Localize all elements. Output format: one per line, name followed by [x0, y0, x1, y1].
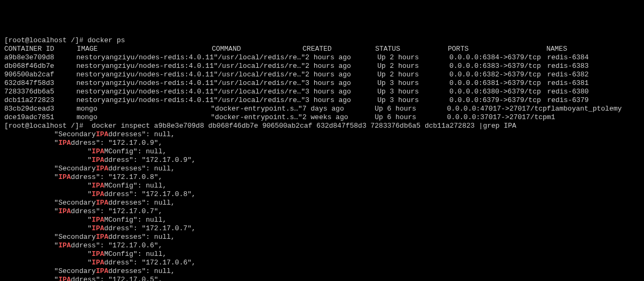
ports: 0.0.0.0:6381->6379/tcp — [449, 79, 547, 88]
ps-row: db068f46db7enestoryangziyu/nodes-redis:4… — [4, 62, 640, 71]
hdr-container-id: CONTAINER ID — [4, 45, 77, 53]
command: "/usr/local/redis/re…" — [213, 71, 305, 79]
hdr-status: STATUS — [375, 45, 448, 53]
ports: 0.0.0.0:6379->6379/tcp — [449, 96, 547, 105]
names: m1 — [547, 113, 640, 122]
grep-line: "IPAMConfig": null, — [4, 147, 640, 156]
container-id: 632d847f58d3 — [4, 79, 76, 88]
grep-line: "SecondaryIPAddresses": null, — [4, 233, 640, 241]
command: "docker-entrypoint.s…" — [211, 113, 303, 122]
status: Up 3 hours — [377, 88, 449, 96]
hdr-ports: PORTS — [448, 45, 546, 53]
grep-line: "IPAddress": "172.17.0.9", — [4, 139, 640, 147]
created: 3 hours ago — [305, 79, 377, 88]
container-id: dcb11a272823 — [4, 96, 76, 105]
created: 3 hours ago — [305, 88, 377, 96]
image: nestoryangziyu/nodes-redis:4.0.11 — [76, 71, 213, 79]
hdr-image: IMAGE — [77, 45, 212, 53]
status: Up 2 hours — [377, 62, 449, 71]
ps-row: 7283376db6a5nestoryangziyu/nodes-redis:4… — [4, 88, 640, 96]
command: "/usr/local/redis/re…" — [213, 96, 305, 105]
command-docker-inspect: docker inspect a9b8e3e709d8 db068f46db7e… — [92, 122, 516, 130]
ports: 0.0.0.0:6383->6379/tcp — [449, 62, 547, 71]
hdr-command: COMMAND — [212, 45, 303, 53]
names: redis-6382 — [547, 71, 640, 79]
ps-row: dcb11a272823nestoryangziyu/nodes-redis:4… — [4, 96, 640, 105]
command: "docker-entrypoint.s…" — [211, 105, 303, 113]
grep-line: "IPAddress": "172.17.0.8", — [4, 190, 640, 199]
hdr-created: CREATED — [303, 45, 375, 53]
grep-output: "SecondaryIPAddresses": null, "IPAddress… — [4, 130, 640, 281]
ports: 0.0.0.0:6380->6379/tcp — [449, 88, 547, 96]
created: 2 hours ago — [305, 71, 377, 79]
ps-header: CONTAINER IDIMAGECOMMANDCREATEDSTATUSPOR… — [4, 45, 640, 53]
names: redis-6384 — [547, 53, 640, 62]
image: nestoryangziyu/nodes-redis:4.0.11 — [76, 79, 213, 88]
names: redis-6379 — [547, 96, 640, 105]
container-id: db068f46db7e — [4, 62, 76, 71]
grep-line: "IPAddress": "172.17.0.6", — [4, 241, 640, 250]
ps-row: 632d847f58d3nestoryangziyu/nodes-redis:4… — [4, 79, 640, 88]
container-id: a9b8e3e709d8 — [4, 53, 76, 62]
image: nestoryangziyu/nodes-redis:4.0.11 — [76, 88, 213, 96]
ports: 0.0.0.0:47017->27017/tcp — [447, 105, 547, 113]
created: 2 weeks ago — [303, 113, 375, 122]
ps-row: 906500ab2cafnestoryangziyu/nodes-redis:4… — [4, 71, 640, 79]
grep-line: "IPAMConfig": null, — [4, 250, 640, 259]
container-id: 83cb29dcead3 — [4, 105, 76, 113]
grep-line: "SecondaryIPAddresses": null, — [4, 130, 640, 139]
status: Up 3 hours — [377, 96, 449, 105]
hdr-names: NAMES — [546, 45, 640, 53]
names: flamboyant_ptolemy — [547, 105, 640, 113]
created: 2 hours ago — [305, 53, 377, 62]
grep-line: "IPAddress": "172.17.0.7", — [4, 207, 640, 216]
terminal-block[interactable]: [root@localhost /]# docker ps CONTAINER … — [4, 36, 640, 281]
created: 3 hours ago — [305, 96, 377, 105]
grep-line: "IPAddress": "172.17.0.8", — [4, 173, 640, 182]
prompt: [root@localhost /]# — [4, 36, 88, 44]
image: mongo — [76, 113, 211, 122]
ps-row: a9b8e3e709d8nestoryangziyu/nodes-redis:4… — [4, 53, 640, 62]
grep-line: "IPAddress": "172.17.0.7", — [4, 224, 640, 233]
status: Up 3 hours — [377, 79, 449, 88]
ports: 0.0.0.0:6384->6379/tcp — [449, 53, 547, 62]
container-id: dce19adc7851 — [4, 113, 76, 122]
grep-line: "SecondaryIPAddresses": null, — [4, 199, 640, 207]
grep-line: "IPAddress": "172.17.0.6", — [4, 259, 640, 267]
command: "/usr/local/redis/re…" — [213, 88, 305, 96]
command: "/usr/local/redis/re…" — [213, 53, 305, 62]
grep-line: "IPAddress": "172.17.0.5", — [4, 276, 640, 281]
grep-line: "IPAMConfig": null, — [4, 216, 640, 224]
image: nestoryangziyu/nodes-redis:4.0.11 — [76, 53, 213, 62]
names: redis-6383 — [547, 62, 640, 71]
status: Up 6 hours — [375, 105, 447, 113]
grep-line: "IPAddress": "172.17.0.9", — [4, 156, 640, 165]
container-id: 906500ab2caf — [4, 71, 76, 79]
created: 7 days ago — [303, 105, 375, 113]
command: "/usr/local/redis/re…" — [213, 79, 305, 88]
container-id: 7283376db6a5 — [4, 88, 76, 96]
image: mongo — [76, 105, 211, 113]
image: nestoryangziyu/nodes-redis:4.0.11 — [76, 62, 213, 71]
names: redis-6381 — [547, 79, 640, 88]
grep-line: "SecondaryIPAddresses": null, — [4, 267, 640, 276]
created: 2 hours ago — [305, 62, 377, 71]
ps-row: 83cb29dcead3mongo"docker-entrypoint.s…"7… — [4, 105, 640, 113]
names: redis-6380 — [547, 88, 640, 96]
command: "/usr/local/redis/re…" — [213, 62, 305, 71]
command-docker-ps: docker ps — [88, 36, 125, 44]
status: Up 6 hours — [375, 113, 447, 122]
grep-line: "IPAMConfig": null, — [4, 182, 640, 190]
image: nestoryangziyu/nodes-redis:4.0.11 — [76, 96, 213, 105]
status: Up 2 hours — [377, 71, 449, 79]
prompt: [root@localhost /]# — [4, 122, 92, 130]
ports: 0.0.0.0:37017->27017/tcp — [447, 113, 547, 122]
ports: 0.0.0.0:6382->6379/tcp — [449, 71, 547, 79]
ps-row: dce19adc7851mongo"docker-entrypoint.s…"2… — [4, 113, 640, 122]
status: Up 2 hours — [377, 53, 449, 62]
grep-line: "SecondaryIPAddresses": null, — [4, 165, 640, 173]
